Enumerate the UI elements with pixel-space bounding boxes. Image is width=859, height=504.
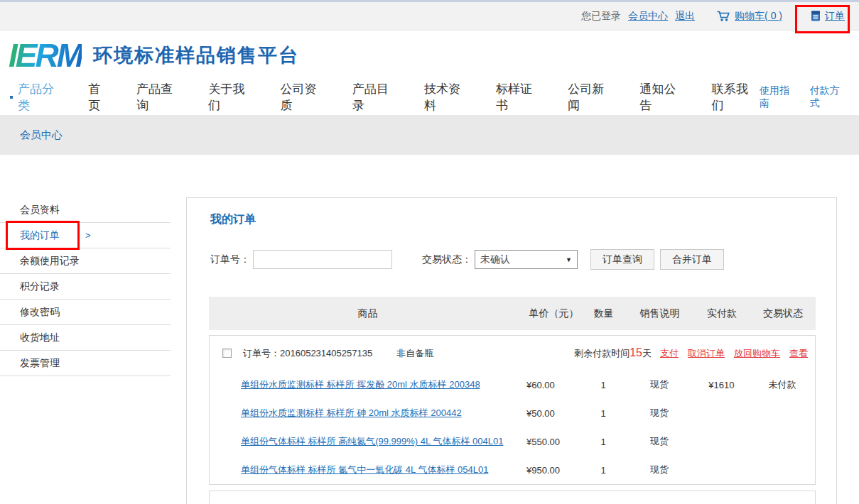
sidebar-item[interactable]: 积分记录 <box>0 274 171 300</box>
member-sidebar: 会员资料 我的订单 > 余额使用记录 积分记录 <box>0 197 171 376</box>
unit-price-cell: ¥50.00 <box>526 408 581 419</box>
header-product: 商品 <box>209 307 526 320</box>
nav-item[interactable]: 技术资料 <box>424 81 472 114</box>
order-no-input[interactable] <box>253 250 392 269</box>
product-link[interactable]: 单组份气体标样 标样所 高纯氮气(99.999%) 4L 气体标样 004L01 <box>241 436 503 447</box>
quantity-cell: 1 <box>581 465 626 476</box>
paid-cell: ¥1610 <box>693 380 750 390</box>
sales-note-cell: 现货 <box>626 378 693 391</box>
cart-group[interactable]: 购物车( 0 ) <box>716 10 782 23</box>
order-actions: 剩余付款时间15天 支付取消订单放回购物车查看 <box>574 346 808 360</box>
sales-note-cell: 现货 <box>626 407 693 420</box>
brand-title: 环境标准样品销售平台 <box>93 43 299 68</box>
my-orders-panel: 我的订单 订单号： 交易状态： 未确认 ▼ 订单查询 合并订单 商品 单价（元）… <box>186 197 837 504</box>
order-items: 单组份水质监测标样 标样所 挥发酚 20ml 水质标样 200348 ¥60.0… <box>210 371 815 484</box>
sidebar-menu: 会员资料 我的订单 > 余额使用记录 积分记录 <box>0 197 171 376</box>
trade-status-value: 未确认 <box>480 253 510 266</box>
order-item-row: 单组份水质监测标样 标样所 挥发酚 20ml 水质标样 200348 ¥60.0… <box>210 371 815 399</box>
sidebar-item-label: 修改密码 <box>20 300 60 324</box>
login-status-text: 您已登录 <box>581 10 621 23</box>
quantity-cell: 1 <box>581 408 626 419</box>
order-search-button[interactable]: 订单查询 <box>590 249 654 270</box>
chevron-right-icon: > <box>85 223 91 248</box>
breadcrumb[interactable]: 会员中心 <box>20 128 63 142</box>
nav-items: 首页产品查询关于我们公司资质产品目录技术资料标样证书公司新闻通知公告联系我们 <box>88 81 760 114</box>
bottle-type: 非自备瓶 <box>396 347 433 360</box>
sidebar-item[interactable]: 余额使用记录 <box>0 248 171 274</box>
breadcrumb-bar: 会员中心 <box>0 115 859 155</box>
header-quantity: 数量 <box>581 307 626 320</box>
sidebar-item[interactable]: 修改密码 <box>0 300 171 325</box>
header-unit-price: 单价（元） <box>526 307 581 320</box>
sidebar-item-label: 会员资料 <box>20 197 60 222</box>
cart-link[interactable]: 购物车( 0 ) <box>735 10 782 23</box>
order-action-link[interactable]: 放回购物车 <box>734 347 780 360</box>
remaining-unit: 天 <box>642 347 652 360</box>
bullet-icon <box>10 96 13 99</box>
order-checkbox[interactable] <box>222 349 232 358</box>
order-group-box: 订单号：201605231405257135 非自备瓶 剩余付款时间15天 支付… <box>209 335 816 485</box>
sidebar-item[interactable]: 我的订单 > <box>0 223 171 248</box>
sidebar-item[interactable]: 会员资料 <box>0 197 171 223</box>
remaining-days: 15 <box>630 346 642 359</box>
unit-price-cell: ¥950.00 <box>526 465 581 476</box>
merge-orders-button[interactable]: 合并订单 <box>660 249 724 270</box>
logout-link[interactable]: 退出 <box>675 10 695 23</box>
nav-category-label: 产品分类 <box>18 81 65 114</box>
nav-item[interactable]: 通知公告 <box>640 81 688 114</box>
order-list-icon <box>811 10 821 22</box>
sales-note-cell: 现货 <box>626 435 693 448</box>
order-number: 订单号：201605231405257135 <box>243 347 372 360</box>
order-item-row: 单组份气体标样 标样所 氮气中一氧化碳 4L 气体标样 054L01 ¥950.… <box>210 456 815 484</box>
product-cell: 单组份水质监测标样 标样所 砷 20ml 水质标样 200442 <box>210 407 526 420</box>
quantity-cell: 1 <box>581 437 626 447</box>
order-action-links: 支付取消订单放回购物车查看 <box>660 347 808 360</box>
nav-help-link[interactable]: 付款方式 <box>809 84 849 110</box>
order-filter-form: 订单号： 交易状态： 未确认 ▼ 订单查询 合并订单 <box>210 249 724 270</box>
order-action-link[interactable]: 查看 <box>789 347 808 360</box>
order-link[interactable]: 订单 <box>825 10 845 23</box>
main-nav: 产品分类 首页产品查询关于我们公司资质产品目录技术资料标样证书公司新闻通知公告联… <box>0 80 859 115</box>
dropdown-caret-icon: ▼ <box>566 256 572 263</box>
nav-item[interactable]: 产品目录 <box>352 81 400 114</box>
sidebar-item[interactable]: 发票管理 <box>0 351 171 376</box>
product-link[interactable]: 单组份水质监测标样 标样所 挥发酚 20ml 水质标样 200348 <box>241 379 480 390</box>
order-header-row: 订单号：201605231405257135 非自备瓶 剩余付款时间15天 支付… <box>210 336 815 371</box>
order-number-label: 订单号： <box>243 348 280 358</box>
nav-item[interactable]: 产品查询 <box>136 81 184 114</box>
header-paid: 实付款 <box>693 307 750 320</box>
trade-status-label: 交易状态： <box>422 253 472 266</box>
nav-item[interactable]: 公司新闻 <box>568 81 615 114</box>
nav-item[interactable]: 联系我们 <box>712 81 760 114</box>
order-item-row: 单组份气体标样 标样所 高纯氮气(99.999%) 4L 气体标样 004L01… <box>210 427 815 456</box>
sidebar-item-label: 我的订单 <box>20 223 60 248</box>
nav-item[interactable]: 公司资质 <box>280 81 328 114</box>
product-cell: 单组份水质监测标样 标样所 挥发酚 20ml 水质标样 200348 <box>210 378 526 391</box>
member-center-link[interactable]: 会员中心 <box>628 10 668 23</box>
order-action-link[interactable]: 取消订单 <box>688 347 725 360</box>
trade-status-select[interactable]: 未确认 ▼ <box>475 250 578 269</box>
remaining-label: 剩余付款时间 <box>574 347 630 360</box>
order-group[interactable]: 订单 <box>811 10 845 23</box>
site-header: IERM 环境标准样品销售平台 <box>0 31 859 80</box>
nav-product-category[interactable]: 产品分类 <box>10 81 65 114</box>
product-link[interactable]: 单组份水质监测标样 标样所 砷 20ml 水质标样 200442 <box>241 407 462 418</box>
remaining-payment-time: 剩余付款时间15天 <box>574 346 652 360</box>
nav-item[interactable]: 标样证书 <box>496 81 544 114</box>
nav-item[interactable]: 首页 <box>88 81 112 114</box>
nav-help-link[interactable]: 使用指南 <box>760 84 799 110</box>
order-group-box: 订单号：201605171217098691 非自备瓶 查看 <box>209 491 816 504</box>
nav-item[interactable]: 关于我们 <box>208 81 256 114</box>
product-cell: 单组份气体标样 标样所 高纯氮气(99.999%) 4L 气体标样 004L01 <box>210 435 526 448</box>
sidebar-item[interactable]: 收货地址 <box>0 325 171 351</box>
trade-status-cell: 未付款 <box>750 378 815 391</box>
brand-logo[interactable]: IERM <box>9 36 82 75</box>
order-header-row: 订单号：201605171217098691 非自备瓶 查看 <box>210 491 815 504</box>
order-no-label: 订单号： <box>210 253 250 266</box>
cart-icon <box>716 10 730 22</box>
product-link[interactable]: 单组份气体标样 标样所 氮气中一氧化碳 4L 气体标样 054L01 <box>241 464 488 475</box>
sidebar-item-label: 积分记录 <box>20 274 60 299</box>
order-action-link[interactable]: 支付 <box>660 347 679 360</box>
quantity-cell: 1 <box>581 380 626 390</box>
order-item-row: 单组份水质监测标样 标样所 砷 20ml 水质标样 200442 ¥50.00 … <box>210 399 815 427</box>
